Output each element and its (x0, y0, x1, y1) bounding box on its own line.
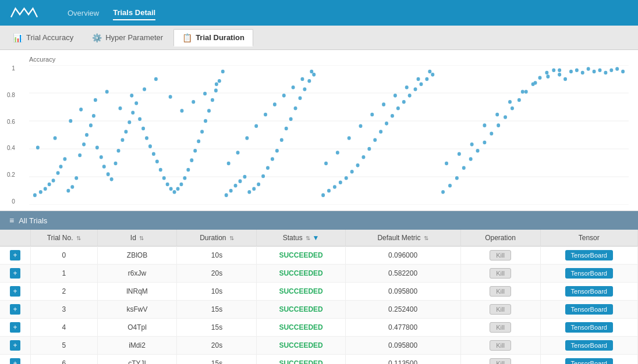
table-row: + 6 cTYJI 15s SUCCEEDED 0.113500 Kill Te… (0, 355, 638, 365)
metric-cell-0: 0.096000 (345, 247, 460, 265)
svg-point-30 (124, 130, 127, 134)
svg-point-56 (214, 88, 218, 92)
svg-point-104 (321, 193, 325, 197)
svg-point-20 (89, 123, 93, 127)
tensorboard-button-1[interactable]: TensorBoard (565, 268, 613, 279)
svg-point-136 (455, 176, 459, 180)
list-icon: ≡ (9, 216, 14, 225)
svg-point-100 (282, 94, 286, 98)
table-row: + 2 lNRqM 10s SUCCEEDED 0.095800 Kill Te… (0, 283, 638, 301)
expand-button-2[interactable]: + (10, 286, 20, 297)
expand-button-0[interactable]: + (10, 250, 20, 260)
svg-point-66 (130, 94, 133, 98)
operation-cell-1: Kill (460, 265, 540, 283)
svg-point-80 (252, 187, 256, 191)
metric-cell-6: 0.113500 (345, 355, 460, 365)
svg-point-35 (141, 127, 145, 131)
expand-button-6[interactable]: + (10, 358, 20, 364)
tab-trial-accuracy[interactable]: 📊 Trial Accuracy (5, 30, 81, 46)
col-expand-header (0, 230, 31, 247)
svg-point-8 (44, 187, 47, 191)
kill-button-6[interactable]: Kill (490, 358, 511, 364)
table-row: + 5 iMdi2 20s SUCCEEDED 0.095800 Kill Te… (0, 337, 638, 355)
svg-point-46 (179, 183, 183, 187)
tensorboard-button-2[interactable]: TensorBoard (565, 286, 613, 297)
expand-cell-5: + (0, 337, 31, 355)
svg-point-130 (394, 94, 397, 98)
y-label-02: 0.2 (7, 172, 15, 178)
svg-point-32 (131, 111, 134, 115)
kill-button-1[interactable]: Kill (490, 268, 511, 279)
expand-button-3[interactable]: + (10, 304, 20, 315)
expand-button-1[interactable]: + (10, 268, 20, 279)
expand-cell-1: + (0, 265, 31, 283)
svg-point-38 (152, 152, 155, 156)
svg-point-7 (39, 190, 42, 194)
tensorboard-button-6[interactable]: TensorBoard (565, 358, 613, 364)
id-cell-0: ZBlOB (97, 247, 177, 265)
svg-point-161 (615, 67, 619, 71)
tab-hyper-parameter[interactable]: ⚙️ Hyper Parameter (84, 30, 171, 46)
svg-point-108 (345, 176, 348, 180)
all-trials-header: ≡ All Trials (0, 211, 638, 230)
svg-point-158 (598, 68, 602, 72)
logo-icon (9, 3, 44, 22)
kill-button-4[interactable]: Kill (490, 322, 511, 333)
kill-button-0[interactable]: Kill (490, 250, 511, 260)
kill-button-3[interactable]: Kill (490, 304, 511, 315)
svg-point-159 (604, 71, 607, 75)
svg-point-128 (370, 113, 374, 117)
svg-point-112 (367, 147, 371, 151)
col-status-header: Status ⇅ ▼ (257, 230, 345, 247)
nav-trials-detail[interactable]: Trials Detail (113, 6, 155, 20)
svg-point-142 (497, 123, 500, 127)
metric-cell-2: 0.095800 (345, 283, 460, 301)
svg-point-28 (117, 149, 120, 153)
svg-point-69 (169, 95, 172, 99)
tab-trial-duration[interactable]: 📋 Trial Duration (173, 29, 253, 47)
svg-point-107 (339, 181, 342, 185)
duration-cell-5: 20s (177, 337, 257, 355)
svg-point-106 (333, 185, 336, 189)
tensorboard-button-3[interactable]: TensorBoard (565, 304, 613, 315)
expand-button-5[interactable]: + (10, 340, 20, 351)
kill-button-2[interactable]: Kill (490, 286, 511, 297)
trial-no-cell-3: 3 (31, 301, 98, 319)
svg-point-72 (203, 92, 207, 96)
svg-point-171 (546, 74, 550, 78)
trials-table: Trial No. ⇅ Id ⇅ Duration ⇅ Status ⇅ ▼ D… (0, 230, 638, 364)
svg-point-25 (107, 172, 110, 176)
tensorboard-button-5[interactable]: TensorBoard (565, 340, 613, 351)
svg-point-52 (200, 130, 204, 134)
svg-point-162 (621, 70, 625, 74)
nav-overview[interactable]: Overview (68, 6, 99, 20)
svg-point-63 (94, 98, 97, 102)
status-cell-0: SUCCEEDED (257, 247, 345, 265)
svg-point-40 (159, 168, 162, 172)
svg-point-17 (78, 154, 81, 158)
svg-point-145 (518, 98, 521, 102)
trial-no-cell-2: 2 (31, 283, 98, 301)
svg-point-156 (587, 67, 590, 71)
svg-point-146 (524, 90, 528, 94)
svg-point-29 (120, 138, 124, 142)
tab-trial-accuracy-label: Trial Accuracy (26, 33, 73, 42)
svg-point-102 (300, 77, 304, 81)
svg-point-119 (408, 94, 412, 98)
svg-point-14 (66, 189, 70, 193)
svg-point-74 (225, 193, 228, 197)
svg-point-78 (243, 175, 246, 179)
svg-point-62 (79, 108, 83, 112)
svg-point-101 (292, 85, 295, 90)
svg-point-126 (348, 136, 351, 140)
app-header: Overview Trials Detail (0, 0, 638, 26)
expand-button-4[interactable]: + (10, 322, 20, 333)
svg-point-163 (445, 162, 448, 166)
svg-point-86 (280, 138, 283, 142)
tensorboard-button-4[interactable]: TensorBoard (565, 322, 613, 333)
svg-point-110 (356, 163, 360, 167)
svg-point-170 (534, 81, 537, 85)
kill-button-5[interactable]: Kill (490, 340, 511, 351)
tensorboard-button-0[interactable]: TensorBoard (565, 250, 613, 260)
svg-point-42 (166, 183, 169, 187)
